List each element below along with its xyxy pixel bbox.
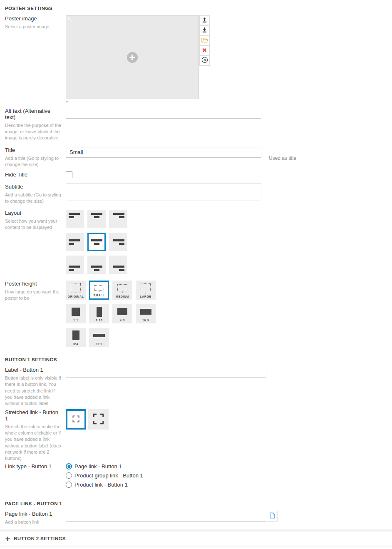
layout-option-middle-center[interactable]	[87, 233, 106, 251]
corner-brackets-icon	[93, 413, 104, 426]
title-description: Add a title (Go to styling to change the…	[5, 155, 62, 168]
hide-title-row: Hide Title	[0, 171, 392, 180]
page-link-button1-description: Add a button link	[5, 519, 62, 525]
text-bar	[94, 243, 99, 245]
ratio-shape-icon	[97, 307, 102, 317]
link-type-radio-product-link-button-1[interactable]: Product link - Button 1	[66, 482, 143, 488]
poster-height-option-4-3[interactable]: 4:3	[112, 304, 132, 323]
page-link-button1-input[interactable]	[66, 511, 266, 522]
resize-handle-dot	[66, 101, 68, 102]
layout-option-bottom-left[interactable]	[66, 256, 84, 274]
collapsed-section-label: BUTTON 2 SETTINGS	[14, 536, 66, 541]
poster-height-option-label: 4:3	[120, 319, 125, 322]
clear-icon-button[interactable]	[199, 55, 210, 66]
page-link-button1-heading: PAGE LINK - BUTTON 1	[0, 495, 392, 511]
dashed-size-icon	[71, 283, 81, 293]
title-input[interactable]	[66, 147, 261, 158]
text-bar	[119, 216, 124, 218]
poster-image-label: Poster image	[5, 15, 62, 22]
layout-label: Layout	[5, 210, 62, 216]
dashed-size-icon: ↓	[141, 283, 151, 292]
resize-corner-icon	[67, 17, 72, 23]
upload-icon	[202, 17, 207, 24]
layout-option-top-right[interactable]	[109, 210, 127, 228]
link-type-radio-product-group-link-button-1[interactable]: Product group link - Button 1	[66, 472, 143, 479]
ratio-shape-icon	[140, 309, 151, 315]
poster-image-toolbar	[199, 15, 210, 102]
poster-height-row: Poster height How large do you want the …	[0, 281, 392, 347]
open-folder-icon-button[interactable]	[199, 35, 210, 46]
poster-height-option-label: SMALL	[93, 294, 104, 297]
poster-height-option-large[interactable]: ↓LARGE	[136, 281, 156, 300]
poster-height-option-9-16[interactable]: 9:16	[89, 304, 109, 323]
poster-height-options: ORIGINAL↓SMALL↓MEDIUM↓LARGE1:19:164:316:…	[66, 281, 156, 347]
layout-option-top-center[interactable]	[87, 210, 106, 228]
subtitle-label: Subtitle	[5, 184, 62, 190]
poster-image-dropzone[interactable]	[66, 15, 199, 99]
text-bar	[69, 266, 80, 268]
collapsed-section-page-link-button-2[interactable]: PAGE LINK - BUTTON 2	[0, 547, 392, 549]
text-bar	[69, 269, 74, 271]
poster-image-row: Poster image Select a poster image	[0, 15, 392, 102]
radio-label: Product group link - Button 1	[74, 472, 143, 479]
alt-text-label: Alt text (Alternative text)	[5, 108, 62, 120]
text-bar	[119, 243, 124, 245]
download-icon	[202, 27, 207, 34]
poster-height-option-label: LARGE	[140, 295, 151, 298]
used-as-title-note: Used as title	[269, 155, 296, 161]
poster-height-label: Poster height	[5, 281, 62, 287]
poster-height-option-32-9[interactable]: 32:9	[89, 328, 109, 347]
poster-height-option-label: MEDIUM	[116, 295, 129, 298]
stretched-link-off-option[interactable]	[88, 409, 109, 430]
text-bar	[119, 269, 124, 271]
subtitle-input[interactable]	[66, 184, 261, 201]
corner-brackets-icon	[72, 415, 79, 424]
poster-settings-heading: POSTER SETTINGS	[0, 0, 392, 15]
download-icon-button[interactable]	[199, 25, 210, 36]
radio-icon[interactable]	[66, 482, 72, 488]
link-type-row: Link type - Button 1 Page link - Button …	[0, 463, 392, 491]
ratio-shape-icon	[72, 330, 79, 340]
stretched-link-on-option[interactable]	[66, 409, 86, 430]
poster-height-option-small[interactable]: ↓SMALL	[89, 281, 109, 300]
text-bar	[94, 216, 99, 218]
layout-option-top-left[interactable]	[66, 210, 84, 228]
text-bar	[69, 243, 74, 245]
poster-height-option-1-1[interactable]: 1:1	[66, 304, 86, 323]
poster-height-option-16-9[interactable]: 16:9	[136, 304, 156, 323]
layout-option-middle-left[interactable]	[66, 233, 84, 251]
text-bar	[113, 239, 124, 241]
radio-selected-icon[interactable]	[66, 463, 72, 470]
delete-icon-button[interactable]	[199, 45, 210, 56]
collapsed-sections: BUTTON 2 SETTINGSPAGE LINK - BUTTON 2STY…	[0, 532, 392, 549]
button1-settings-heading: BUTTON 1 SETTINGS	[0, 351, 392, 367]
page-link-button1-label: Page link - Button 1	[5, 511, 62, 517]
add-image-icon[interactable]	[127, 52, 138, 63]
poster-height-option-medium[interactable]: ↓MEDIUM	[112, 281, 132, 300]
upload-icon-button[interactable]	[199, 15, 210, 26]
subtitle-row: Subtitle Add a subtitle (Go to styling t…	[0, 184, 392, 204]
text-bar	[113, 266, 124, 268]
poster-height-option-label: 1:1	[73, 319, 78, 322]
hide-title-checkbox[interactable]	[66, 171, 72, 178]
link-type-label: Link type - Button 1	[5, 463, 62, 470]
layout-option-bottom-center[interactable]	[87, 256, 106, 274]
collapsed-section-button-2-settings[interactable]: BUTTON 2 SETTINGS	[0, 532, 392, 546]
poster-height-option-original[interactable]: ORIGINAL	[66, 281, 86, 300]
radio-icon[interactable]	[66, 472, 72, 479]
subtitle-description: Add a subtitle (Go to styling to change …	[5, 192, 62, 204]
poster-height-description: How large do you want the poster to be	[5, 289, 62, 301]
layout-row: Layout Select how you want your content …	[0, 210, 392, 274]
poster-height-option-3-4[interactable]: 3:4	[66, 328, 86, 347]
label-button1-label: Label - Button 1	[5, 367, 62, 373]
stretched-link-label: Stretched link - Button 1	[5, 409, 62, 422]
title-label: Title	[5, 147, 62, 153]
stretched-link-options	[66, 409, 109, 462]
layout-option-bottom-right[interactable]	[109, 256, 127, 274]
page-picker-button[interactable]	[267, 511, 278, 522]
layout-option-middle-right[interactable]	[109, 233, 127, 251]
document-icon	[270, 512, 275, 520]
label-button1-input[interactable]	[66, 367, 266, 378]
alt-text-input[interactable]	[66, 108, 261, 119]
link-type-radio-page-link-button-1[interactable]: Page link - Button 1	[66, 463, 143, 470]
